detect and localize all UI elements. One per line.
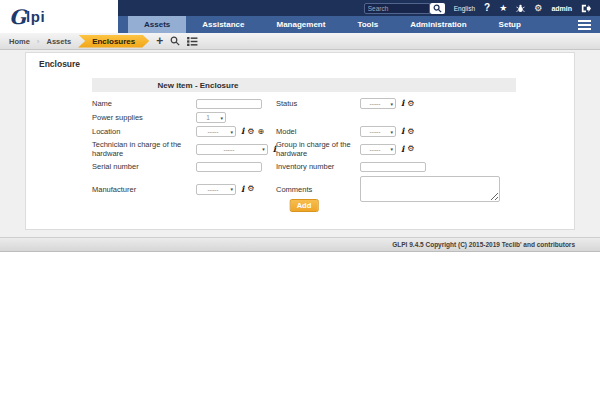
- chevron-right-icon: ›: [37, 37, 40, 46]
- power-supplies-label: Power supplies: [92, 113, 196, 122]
- manufacturer-select[interactable]: ----- ▾: [196, 184, 236, 195]
- star-icon[interactable]: ★: [499, 4, 507, 13]
- gear-icon[interactable]: ⚙: [407, 100, 414, 108]
- logo-g: G: [9, 7, 26, 27]
- gear-icon[interactable]: ⚙: [534, 4, 542, 13]
- user-menu[interactable]: admin: [551, 5, 572, 12]
- info-icon[interactable]: i: [401, 127, 404, 136]
- status-label: Status: [276, 99, 360, 108]
- comments-label: Comments: [276, 185, 360, 194]
- search-input[interactable]: [364, 3, 430, 14]
- chevron-down-icon: ▾: [390, 101, 393, 107]
- nav-item-tools[interactable]: Tools: [341, 16, 394, 33]
- status-select[interactable]: ----- ▾: [360, 98, 396, 109]
- power-supplies-select[interactable]: 1 ▾: [196, 112, 226, 123]
- gear-icon[interactable]: ⚙: [407, 128, 414, 136]
- serial-number-field[interactable]: [196, 162, 262, 172]
- form-row: Power supplies 1 ▾: [92, 112, 516, 123]
- copyright-text: GLPI 9.4.5 Copyright (C) 2015-2019 Tecli…: [392, 241, 575, 248]
- nav-item-assistance[interactable]: Assistance: [186, 16, 260, 33]
- form-title: New item - Enclosure: [92, 81, 304, 90]
- hamburger-menu-icon[interactable]: [578, 20, 591, 30]
- glpi-logo[interactable]: Glpi: [0, 0, 118, 33]
- logo-text: lpi: [26, 8, 45, 25]
- enclosure-form: New item - Enclosure Name Status ----- ▾…: [92, 78, 516, 205]
- info-icon[interactable]: i: [401, 145, 404, 154]
- footer: GLPI 9.4.5 Copyright (C) 2015-2019 Tecli…: [0, 237, 600, 252]
- gear-icon[interactable]: ⚙: [247, 185, 254, 193]
- model-select[interactable]: ----- ▾: [360, 126, 396, 137]
- chevron-down-icon: ▾: [390, 146, 393, 152]
- list-view-icon[interactable]: [187, 37, 198, 46]
- breadcrumb: Home › Assets Enclosures +: [0, 33, 600, 50]
- location-label: Location: [92, 127, 196, 136]
- serial-number-label: Serial number: [92, 162, 196, 171]
- logout-icon[interactable]: [581, 4, 591, 13]
- breadcrumb-home[interactable]: Home: [9, 37, 30, 46]
- nav-item-assets[interactable]: Assets: [128, 16, 186, 33]
- search-icon: [433, 4, 442, 13]
- chevron-down-icon: ▾: [230, 186, 233, 192]
- bug-icon[interactable]: [516, 4, 525, 13]
- search-icon[interactable]: [170, 36, 180, 46]
- name-label: Name: [92, 99, 196, 108]
- form-row: Location ----- ▾ i ⚙ ⊕ Model -----: [92, 126, 516, 137]
- item-type-title: Enclosure: [39, 59, 80, 69]
- add-icon[interactable]: +: [156, 35, 163, 47]
- info-icon[interactable]: i: [241, 185, 244, 194]
- search-button[interactable]: [430, 3, 445, 14]
- nav-item-administration[interactable]: Administration: [394, 16, 482, 33]
- nav-item-management[interactable]: Management: [261, 16, 342, 33]
- gear-icon[interactable]: ⚙: [407, 145, 414, 153]
- nav-item-setup[interactable]: Setup: [483, 16, 537, 33]
- chevron-down-icon: ▾: [390, 129, 393, 135]
- info-icon[interactable]: i: [241, 127, 244, 136]
- info-icon[interactable]: i: [401, 99, 404, 108]
- technician-label: Technician in charge of the hardware: [92, 140, 196, 158]
- form-row: Name Status ----- ▾ i ⚙: [92, 98, 516, 109]
- group-label: Group in charge of the hardware: [276, 140, 360, 158]
- breadcrumb-current-enclosures[interactable]: Enclosures: [78, 35, 149, 48]
- breadcrumb-assets[interactable]: Assets: [47, 37, 72, 46]
- global-search: [364, 3, 445, 14]
- form-row: Technician in charge of the hardware ---…: [92, 140, 516, 158]
- globe-icon[interactable]: ⊕: [257, 128, 264, 136]
- chevron-down-icon: ▾: [262, 146, 265, 152]
- group-select[interactable]: ----- ▾: [360, 144, 396, 155]
- gear-icon[interactable]: ⚙: [247, 128, 254, 136]
- inventory-number-label: Inventory number: [276, 162, 360, 171]
- chevron-down-icon: ▾: [230, 129, 233, 135]
- inventory-number-field[interactable]: [360, 162, 426, 172]
- help-icon[interactable]: ?: [484, 3, 490, 13]
- technician-select[interactable]: ----- ▾: [196, 144, 268, 155]
- name-field[interactable]: [196, 99, 262, 109]
- language-selector[interactable]: English: [454, 5, 475, 12]
- model-label: Model: [276, 127, 360, 136]
- manufacturer-label: Manufacturer: [92, 185, 196, 194]
- content-card: Enclosure New item - Enclosure Name Stat…: [25, 52, 575, 230]
- chevron-down-icon: ▾: [220, 115, 223, 121]
- location-select[interactable]: ----- ▾: [196, 126, 236, 137]
- comments-field[interactable]: [360, 176, 500, 202]
- form-row: Serial number Inventory number: [92, 161, 516, 172]
- form-header: New item - Enclosure: [92, 78, 516, 92]
- add-button[interactable]: Add: [290, 199, 319, 212]
